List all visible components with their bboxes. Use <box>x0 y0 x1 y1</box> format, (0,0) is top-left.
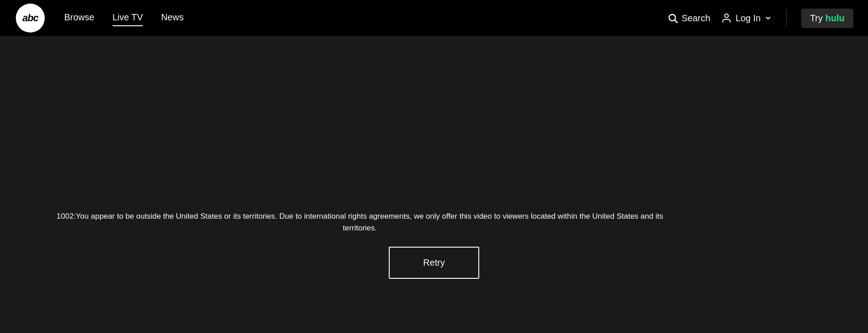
nav-live-tv[interactable]: Live TV <box>113 12 143 24</box>
nav-divider <box>786 10 787 26</box>
retry-button[interactable]: Retry <box>389 247 479 279</box>
nav-right: Search Log In Try hulu <box>667 9 854 28</box>
search-icon <box>667 13 678 23</box>
abc-logo[interactable]: abc <box>14 2 46 34</box>
nav-browse[interactable]: Browse <box>64 12 94 24</box>
navbar: abc Browse Live TV News Search Log In <box>0 0 868 36</box>
person-icon <box>721 13 732 23</box>
login-label: Log In <box>736 13 761 23</box>
search-button[interactable]: Search <box>667 13 710 23</box>
chevron-down-icon <box>764 14 772 22</box>
search-label: Search <box>682 13 710 23</box>
hulu-brand-label: hulu <box>826 13 844 23</box>
svg-line-1 <box>675 20 677 23</box>
login-button[interactable]: Log In <box>721 13 772 23</box>
nav-news[interactable]: News <box>161 12 184 24</box>
svg-point-2 <box>725 14 728 18</box>
logo-text: abc <box>23 12 38 24</box>
nav-links: Browse Live TV News <box>64 12 667 24</box>
try-label: Try <box>810 13 823 23</box>
try-hulu-button[interactable]: Try hulu <box>801 9 854 28</box>
main-content: 1002:You appear to be outside the United… <box>0 36 868 333</box>
error-message: 1002:You appear to be outside the United… <box>43 211 676 234</box>
